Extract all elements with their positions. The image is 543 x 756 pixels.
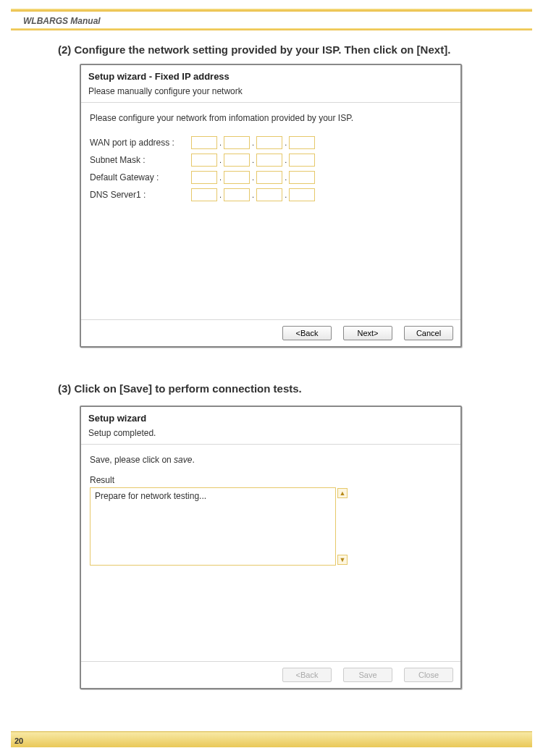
back-button: <Back (282, 668, 332, 682)
dns1-seg-3[interactable] (256, 188, 282, 201)
dot: . (219, 156, 222, 164)
next-button[interactable]: Next> (343, 326, 392, 340)
dot: . (219, 173, 222, 182)
dot: . (219, 138, 222, 147)
dialog-body: Save, please click on save. Result Prepa… (81, 445, 460, 576)
back-button[interactable]: <Back (282, 326, 332, 340)
dialog-body: Please configure your network from infom… (81, 103, 460, 216)
instruction-step-3: (3) Click on [Save] to perform connectio… (58, 382, 514, 395)
save-button: Save (343, 668, 392, 682)
dialog-footer: <Back Save Close (81, 661, 460, 688)
close-button: Close (404, 668, 453, 682)
doc-title: WLBARGS Manual (23, 16, 101, 26)
wan-label: WAN port ip address : (90, 138, 191, 148)
dot: . (285, 173, 287, 182)
page-number: 20 (14, 736, 23, 745)
field-row-subnet: Subnet Mask : . . . (90, 154, 452, 167)
header-rule (11, 28, 532, 30)
dialog-hint: Please configure your network from infom… (90, 113, 452, 123)
result-box: Prepare for network testing... ▲ ▼ (90, 487, 336, 566)
scroll-up-icon[interactable]: ▲ (337, 488, 348, 498)
page-footer-band (11, 731, 532, 747)
dns1-seg-4[interactable] (289, 188, 315, 201)
subnet-seg-1[interactable] (191, 154, 217, 167)
wan-ip-seg-4[interactable] (289, 136, 315, 149)
cancel-button[interactable]: Cancel (404, 326, 453, 340)
instruction-step-2: (2) Configure the network setting provid… (58, 43, 514, 56)
dialog-footer: <Back Next> Cancel (81, 319, 460, 346)
gateway-label: Default Gateway : (90, 172, 191, 182)
save-hint-post: . (192, 455, 194, 465)
dialog-subtitle: Setup completed. (81, 428, 460, 445)
dot: . (252, 190, 254, 199)
subnet-seg-2[interactable] (224, 154, 250, 167)
gateway-seg-2[interactable] (224, 171, 250, 184)
dot: . (285, 190, 287, 199)
dot: . (252, 173, 254, 182)
subnet-seg-4[interactable] (289, 154, 315, 167)
dns1-seg-1[interactable] (191, 188, 217, 201)
wan-ip-seg-1[interactable] (191, 136, 217, 149)
dialog-subtitle: Please manually configure your network (81, 86, 460, 103)
field-row-gateway: Default Gateway : . . . (90, 171, 452, 184)
dns1-seg-2[interactable] (224, 188, 250, 201)
dot: . (219, 190, 222, 199)
setup-wizard-completed-dialog: Setup wizard Setup completed. Save, plea… (80, 406, 462, 689)
header-band (11, 9, 532, 12)
save-hint: Save, please click on save. (90, 455, 452, 465)
field-row-dns1: DNS Server1 : . . . (90, 188, 452, 201)
dns1-label: DNS Server1 : (90, 190, 191, 200)
dialog-title: Setup wizard (81, 407, 460, 428)
result-text: Prepare for network testing... (95, 491, 206, 501)
dot: . (285, 156, 287, 164)
result-label: Result (90, 475, 452, 485)
scroll-down-icon[interactable]: ▼ (337, 555, 348, 565)
wan-ip-seg-2[interactable] (224, 136, 250, 149)
wan-ip-seg-3[interactable] (256, 136, 282, 149)
subnet-label: Subnet Mask : (90, 155, 191, 165)
dialog-title: Setup wizard - Fixed IP address (81, 65, 460, 86)
dot: . (285, 138, 287, 147)
dot: . (252, 156, 254, 164)
setup-wizard-fixed-ip-dialog: Setup wizard - Fixed IP address Please m… (80, 64, 462, 348)
save-hint-em: save (174, 455, 192, 465)
subnet-seg-3[interactable] (256, 154, 282, 167)
field-row-wan: WAN port ip address : . . . (90, 136, 452, 149)
gateway-seg-3[interactable] (256, 171, 282, 184)
gateway-seg-1[interactable] (191, 171, 217, 184)
gateway-seg-4[interactable] (289, 171, 315, 184)
dot: . (252, 138, 254, 147)
save-hint-pre: Save, please click on (90, 455, 174, 465)
